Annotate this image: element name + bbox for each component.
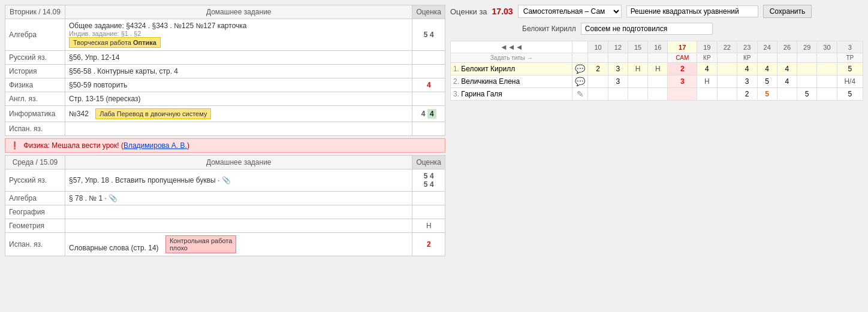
table-row: Информатика №342 Лаба Перевод в двоичную…	[5, 106, 445, 122]
g1-10[interactable]: 2	[588, 63, 608, 75]
badge-spanish-wed: Контрольная работаплохо	[165, 235, 236, 253]
grades-type-select[interactable]: Самостоятельная – Сам Контрольная работа…	[518, 5, 622, 18]
g2-15[interactable]	[628, 75, 647, 88]
student-icon-3[interactable]: ✎	[572, 88, 588, 101]
g1-19[interactable]: 4	[697, 63, 718, 75]
g2-30[interactable]	[817, 75, 837, 88]
nav-back-button[interactable]: ◄◄◄	[500, 43, 523, 52]
g1-23[interactable]: 4	[737, 63, 757, 75]
nav-back-cell: ◄◄◄	[451, 41, 572, 53]
alert-link[interactable]: Владимирова А. В.	[123, 141, 187, 150]
date-17: 17	[668, 41, 697, 53]
wednesday-grade-header: Оценка	[412, 156, 445, 169]
homework-informatics: №342 Лаба Перевод в двоичную систему	[65, 106, 412, 122]
edit-icon-3: ✎	[577, 89, 584, 99]
grade-geography	[412, 205, 445, 219]
table-row: Алгебра Общее задание: §4324 . §343 . №1…	[5, 19, 445, 51]
g2-26[interactable]: 4	[777, 75, 797, 88]
type-24	[757, 53, 777, 63]
g1-26[interactable]: 4	[777, 63, 797, 75]
g3-3[interactable]: 5	[837, 88, 863, 101]
g3-30[interactable]	[817, 88, 837, 101]
wednesday-header: Среда / 15.09	[5, 156, 65, 169]
grades-header: Оценки за 17.03 Самостоятельная – Сам Ко…	[450, 5, 863, 18]
tuesday-grade-header: Оценка	[412, 5, 445, 19]
grade-russian-wed: 5 4 5 4	[412, 169, 445, 192]
g1-22[interactable]	[717, 63, 737, 75]
wednesday-table: Среда / 15.09 Домашнее задание Оценка Ру…	[5, 155, 445, 256]
student-icon-1[interactable]: 💬	[572, 63, 588, 75]
g1-24[interactable]: 4	[757, 63, 777, 75]
grades-date: 17.03	[492, 7, 513, 16]
date-29: 29	[797, 41, 817, 53]
g2-19[interactable]: Н	[697, 75, 718, 88]
homework-algebra: Общее задание: §4324 . §343 . №125 №127 …	[65, 19, 412, 51]
g3-16[interactable]	[648, 88, 668, 101]
g2-10[interactable]	[588, 75, 608, 88]
g3-17[interactable]	[668, 88, 697, 101]
g3-10[interactable]	[588, 88, 608, 101]
g2-22[interactable]	[717, 75, 737, 88]
subject-algebra: Алгебра	[5, 19, 65, 51]
g2-29[interactable]	[797, 75, 817, 88]
subject-russian-wed: Русский яз.	[5, 169, 65, 192]
g3-19[interactable]	[697, 88, 718, 101]
g2-23[interactable]: 3	[737, 75, 757, 88]
g3-22[interactable]	[717, 88, 737, 101]
date-3: 3	[837, 41, 863, 53]
g2-12[interactable]: 3	[608, 75, 628, 88]
comment-student-name: Белокит Кирилл	[522, 25, 576, 33]
g3-15[interactable]	[628, 88, 647, 101]
comment-input[interactable]	[581, 23, 713, 35]
g2-17[interactable]: 3	[668, 75, 697, 88]
student-name-1: 1. Белокит Кирилл	[451, 63, 572, 75]
grade-russian	[412, 51, 445, 65]
table-row: Физика §50-59 повторить 4	[5, 78, 445, 92]
g1-3[interactable]: 5	[837, 63, 863, 75]
g1-16[interactable]: Н	[648, 63, 668, 75]
grade-geometry: Н	[412, 219, 445, 233]
grade-spanish-wed: 2	[412, 233, 445, 256]
g1-29[interactable]	[797, 63, 817, 75]
table-row: Русский яз. §56, Упр. 12-14	[5, 51, 445, 65]
table-row: Испан. яз.	[5, 122, 445, 136]
subject-english: Англ. яз.	[5, 92, 65, 106]
g3-24[interactable]: 5	[757, 88, 777, 101]
grade-physics: 4	[412, 78, 445, 92]
subject-geography: География	[5, 205, 65, 219]
g3-23[interactable]: 2	[737, 88, 757, 101]
homework-history: §56-58 . Контурные карты, стр. 4	[65, 65, 412, 78]
g1-12[interactable]: 3	[608, 63, 628, 75]
grades-topic-input[interactable]	[626, 5, 758, 17]
right-panel: Оценки за 17.03 Самостоятельная – Сам Ко…	[450, 5, 863, 259]
g3-12[interactable]	[608, 88, 628, 101]
g3-29[interactable]: 5	[797, 88, 817, 101]
tuesday-table: Вторник / 14.09 Домашнее задание Оценка …	[5, 5, 445, 136]
g1-30[interactable]	[817, 63, 837, 75]
student-icon-2[interactable]: 💬	[572, 75, 588, 88]
table-row: Испан. яз. Словарные слова (стр. 14) Кон…	[5, 233, 445, 256]
type-19: КР	[697, 53, 718, 63]
chat-icon-2: 💬	[575, 77, 585, 86]
date-30: 30	[817, 41, 837, 53]
g1-15[interactable]: Н	[628, 63, 647, 75]
dates-row: ◄◄◄ 10 12 15 16 17 19 22 23 24 26 29 30 …	[451, 41, 863, 53]
g2-24[interactable]: 5	[757, 75, 777, 88]
g1-17[interactable]: 2	[668, 63, 697, 75]
date-23: 23	[737, 41, 757, 53]
homework-geography	[65, 205, 412, 219]
subject-geometry: Геометрия	[5, 219, 65, 233]
g2-16[interactable]	[648, 75, 668, 88]
g2-3[interactable]: Н/4	[837, 75, 863, 88]
type-icon-col	[572, 53, 588, 63]
comment-row: Белокит Кирилл	[522, 23, 863, 35]
date-10: 10	[588, 41, 608, 53]
table-row: Русский яз. §57, Упр. 18 . Вставить проп…	[5, 169, 445, 192]
g3-26[interactable]	[777, 88, 797, 101]
save-button[interactable]: Сохранить	[763, 5, 812, 18]
student-row-3: 3. Гарина Галя ✎ 2 5 5 5	[451, 88, 863, 101]
grade-english	[412, 92, 445, 106]
subject-informatics: Информатика	[5, 106, 65, 122]
alert-text: Физика: Мешала вести урок! (Владимирова …	[23, 141, 189, 150]
grades-grid: ◄◄◄ 10 12 15 16 17 19 22 23 24 26 29 30 …	[450, 41, 863, 101]
